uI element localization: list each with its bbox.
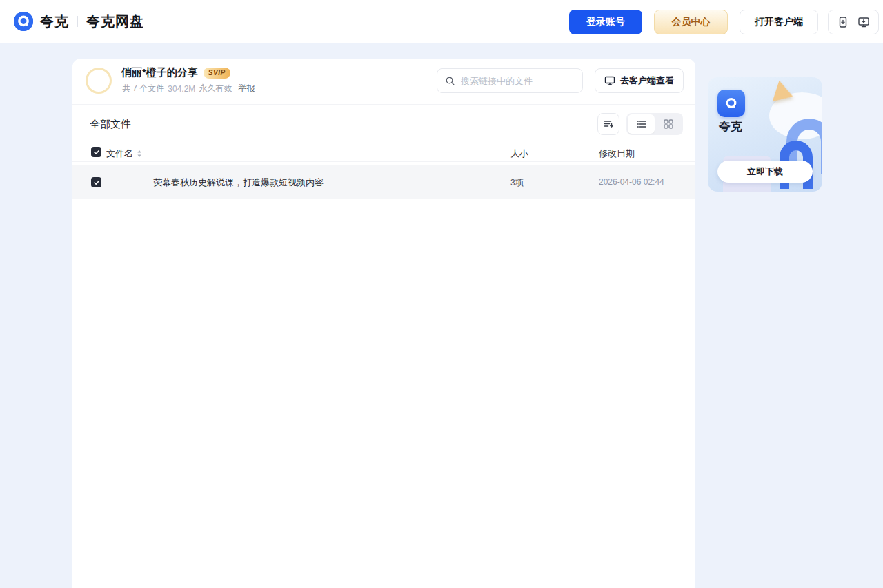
select-all-checkbox[interactable] — [91, 147, 101, 157]
app-download-promo-card[interactable]: 夸克 立即下载 — [708, 77, 822, 192]
share-file-count: 共 7 个文件 — [122, 83, 164, 94]
column-header-size[interactable]: 大小 — [510, 148, 528, 160]
search-icon — [445, 76, 455, 86]
file-name[interactable]: 荧幕春秋历史解说课，打造爆款短视频内容 — [153, 176, 324, 189]
sort-order-button[interactable] — [597, 113, 619, 135]
view-mode-toggle — [626, 113, 683, 135]
column-name-label: 文件名 — [106, 148, 133, 160]
top-header: 夸克 夸克网盘 登录账号 会员中心 打开客户端 — [0, 0, 883, 43]
vip-center-button[interactable]: 会员中心 — [654, 10, 728, 34]
list-view-button[interactable] — [628, 114, 655, 134]
download-links-group — [828, 10, 879, 34]
grid-view-button[interactable] — [655, 114, 682, 134]
sort-icon — [603, 119, 614, 130]
file-table-header: 文件名 大小 修改日期 — [72, 145, 695, 161]
quark-app-icon — [717, 90, 745, 117]
share-validity: 永久有效 — [199, 83, 232, 94]
brand-name: 夸克 — [40, 12, 69, 31]
share-content-card: 俏丽*橙子的分享 SVIP 共 7 个文件 304.2M 永久有效 举报 去客户… — [72, 59, 695, 588]
mobile-download-icon[interactable] — [837, 16, 849, 28]
sharer-avatar — [86, 68, 112, 94]
share-total-size: 304.2M — [168, 84, 195, 94]
file-modified-date: 2026-04-06 02:44 — [599, 177, 664, 187]
sort-carets-icon — [137, 150, 142, 158]
column-header-name[interactable]: 文件名 — [106, 148, 142, 160]
open-client-button-header[interactable]: 打开客户端 — [740, 10, 818, 34]
file-size: 3项 — [510, 177, 524, 189]
share-meta: 共 7 个文件 304.2M 永久有效 举报 — [122, 83, 255, 94]
share-header: 俏丽*橙子的分享 SVIP 共 7 个文件 304.2M 永久有效 举报 去客户… — [72, 59, 695, 104]
list-view-icon — [636, 119, 647, 130]
divider — [72, 104, 695, 105]
product-name: 夸克网盘 — [86, 12, 144, 31]
grid-view-icon — [663, 119, 674, 130]
monitor-icon — [604, 75, 615, 86]
search-input[interactable] — [461, 76, 571, 86]
desktop-download-icon[interactable] — [857, 16, 870, 28]
table-row[interactable]: 荧幕春秋历史解说课，打造爆款短视频内容 3项 2026-04-06 02:44 — [72, 165, 695, 199]
brand-divider — [77, 16, 78, 27]
file-toolbar: 全部文件 — [72, 113, 695, 135]
view-in-client-button[interactable]: 去客户端查看 — [595, 68, 684, 93]
view-in-client-label: 去客户端查看 — [620, 74, 674, 87]
download-now-button[interactable]: 立即下载 — [717, 161, 813, 183]
promo-app-name: 夸克 — [719, 119, 742, 134]
svip-badge: SVIP — [204, 68, 230, 79]
share-title: 俏丽*橙子的分享 — [121, 66, 198, 79]
all-files-title: 全部文件 — [90, 118, 131, 131]
row-checkbox[interactable] — [91, 177, 101, 187]
login-button[interactable]: 登录账号 — [569, 10, 642, 34]
divider — [72, 161, 695, 162]
file-search-box[interactable] — [437, 68, 583, 93]
brand-logo-group[interactable]: 夸克 夸克网盘 — [14, 12, 144, 31]
column-header-modified[interactable]: 修改日期 — [599, 148, 635, 160]
report-link[interactable]: 举报 — [238, 83, 255, 94]
quark-logo-icon — [14, 12, 33, 31]
